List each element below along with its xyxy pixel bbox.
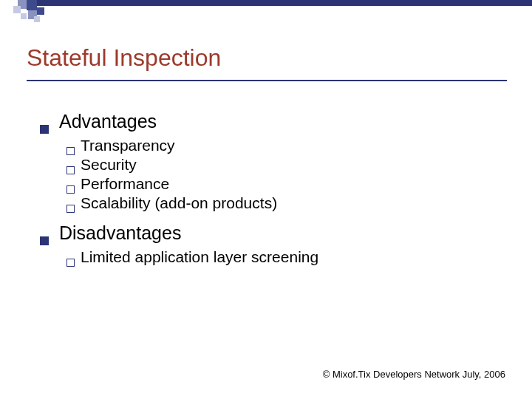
list-item-text: Security [81,156,137,174]
list-item: Limited application layer screening [66,248,498,266]
list-item: Transparency [66,137,498,154]
footer-copyright: © Mixof.Tix Developers Network July, 200… [323,369,505,380]
list-item-text: Transparency [81,137,175,154]
bullet-hollow-icon [66,166,75,174]
list-item: Performance [66,175,498,193]
top-bar [37,0,532,6]
list-item-text: Performance [81,175,169,193]
title-underline [27,80,507,81]
deco-square [34,16,40,22]
deco-square [21,13,27,19]
bullet-filled-icon [40,125,49,134]
list-item-text: Scalability (add-on products) [81,194,277,212]
bullet-hollow-icon [66,147,75,155]
list-item: Scalability (add-on products) [66,194,498,212]
list-item: Security [66,156,498,174]
bullet-hollow-icon [66,205,75,213]
deco-square [37,7,44,15]
deco-square [13,6,21,13]
slide-title: Stateful Inspection [27,44,221,72]
section-heading-text: Disadvantages [59,222,181,244]
bullet-filled-icon [40,236,49,245]
section-heading: Disadvantages [40,222,498,244]
bullet-hollow-icon [66,259,75,267]
deco-square [27,0,37,10]
section-heading: Advantages [40,111,498,132]
list-item-text: Limited application layer screening [81,248,318,266]
bullet-hollow-icon [66,185,75,194]
slide-content: Advantages Transparency Security Perform… [40,111,498,267]
top-decoration [0,0,532,30]
section-heading-text: Advantages [59,111,157,132]
